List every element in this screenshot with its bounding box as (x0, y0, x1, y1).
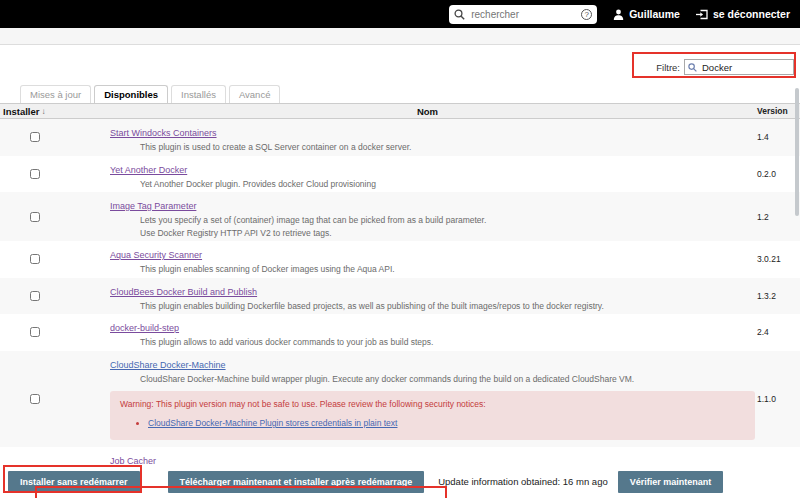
plugin-link[interactable]: Yet Another Docker (110, 165, 187, 175)
plugin-rows: Start Windocks ContainersThis plugin is … (0, 119, 800, 498)
topbar: ? Guillaume se déconnecter (0, 0, 800, 28)
plugin-version: 3.0.21 (755, 244, 800, 275)
user-name: Guillaume (629, 8, 680, 20)
install-checkbox[interactable] (30, 327, 40, 337)
security-warning-box: Warning: This plugin version may not be … (110, 391, 755, 440)
tab-install-s[interactable]: Installés (171, 85, 226, 103)
sort-desc-icon[interactable]: ↓ (41, 107, 45, 116)
filter-field[interactable] (684, 59, 794, 75)
table-row: CloudShare Docker-MachineCloudShare Dock… (0, 351, 800, 448)
plugin-description: Yet Another Docker plugin. Provides dock… (140, 179, 740, 190)
update-info-text: Update information obtained: 16 mn ago (438, 476, 608, 487)
install-without-restart-button[interactable]: Installer sans redémarrer (8, 471, 140, 493)
check-now-button[interactable]: Vérifier maintenant (618, 471, 724, 493)
plugin-link[interactable]: Start Windocks Containers (110, 128, 217, 138)
table-row: Aqua Security ScannerThis plugin enables… (0, 241, 800, 278)
plugin-description: This plugin enables scanning of Docker i… (140, 264, 740, 275)
install-checkbox[interactable] (30, 254, 40, 264)
filter-bar: Filtre: (0, 45, 800, 85)
plugin-version: 0.2.0 (755, 159, 800, 190)
filter-search-icon (688, 63, 697, 72)
search-input[interactable] (469, 8, 577, 21)
filter-input[interactable] (700, 61, 790, 74)
tab-disponibles[interactable]: Disponibles (94, 85, 168, 103)
tab-avanc-[interactable]: Avancé (229, 85, 281, 103)
filter-label: Filtre: (656, 62, 680, 73)
plugin-description: This plugin enables building Dockerfile … (140, 301, 740, 312)
install-checkbox[interactable] (30, 169, 40, 179)
vertical-scrollbar[interactable] (795, 88, 799, 216)
plugin-link[interactable]: CloudShare Docker-Machine (110, 360, 226, 370)
download-and-install-after-restart-button[interactable]: Télécharger maintenant et installer aprè… (168, 471, 425, 493)
table-row: CloudBees Docker Build and PublishThis p… (0, 278, 800, 315)
logout-label: se déconnecter (713, 8, 790, 20)
footer-bar: Installer sans redémarrer Télécharger ma… (0, 465, 800, 498)
security-warning-text: Warning: This plugin version may not be … (120, 399, 745, 409)
table-row: docker-build-stepThis plugin allows to a… (0, 314, 800, 351)
plugin-description: CloudShare Docker-Machine build wrapper … (140, 374, 740, 385)
table-row: Yet Another DockerYet Another Docker plu… (0, 156, 800, 193)
header-version[interactable]: Version (757, 106, 788, 116)
plugin-description: Use Docker Registry HTTP API V2 to retri… (140, 228, 740, 239)
table-row: Start Windocks ContainersThis plugin is … (0, 119, 800, 156)
install-checkbox[interactable] (30, 132, 40, 142)
user-menu[interactable]: Guillaume (613, 8, 680, 20)
plugin-version: 1.3.2 (755, 281, 800, 312)
plugin-version: 1.1.0 (755, 354, 800, 445)
global-search[interactable]: ? (449, 5, 597, 24)
plugin-link[interactable]: docker-build-step (110, 323, 179, 333)
install-checkbox[interactable] (30, 394, 40, 404)
plugin-link[interactable]: CloudBees Docker Build and Publish (110, 287, 257, 297)
install-checkbox[interactable] (30, 212, 40, 222)
plugin-manager-tabs: Mises à jourDisponiblesInstallésAvancé (0, 85, 800, 104)
plugin-link[interactable]: Image Tag Parameter (110, 201, 196, 211)
logout-icon (696, 9, 708, 20)
plugin-version: 2.4 (755, 317, 800, 348)
install-checkbox[interactable] (30, 291, 40, 301)
tab-mises-jour[interactable]: Mises à jour (20, 85, 91, 103)
search-icon (454, 9, 465, 20)
header-name[interactable]: Nom (417, 106, 438, 117)
plugin-description: Lets you specify a set of (container) im… (140, 215, 740, 226)
plugin-description: This plugin allows to add various docker… (140, 337, 740, 348)
plugin-description: This plugin is used to create a SQL Serv… (140, 142, 740, 153)
plugin-version: 1.4 (755, 122, 800, 153)
plugin-version: 1.2 (755, 195, 800, 238)
logout-button[interactable]: se déconnecter (696, 8, 790, 20)
table-row: Image Tag ParameterLets you specify a se… (0, 192, 800, 241)
security-notice-link[interactable]: CloudShare Docker-Machine Plugin stores … (148, 418, 397, 428)
user-icon (613, 9, 624, 20)
help-icon[interactable]: ? (581, 9, 592, 20)
table-header: Installer ↓ Nom Version (0, 104, 800, 119)
breadcrumb-bar (0, 28, 800, 45)
header-install[interactable]: Installer (3, 106, 39, 117)
plugin-link[interactable]: Aqua Security Scanner (110, 250, 202, 260)
